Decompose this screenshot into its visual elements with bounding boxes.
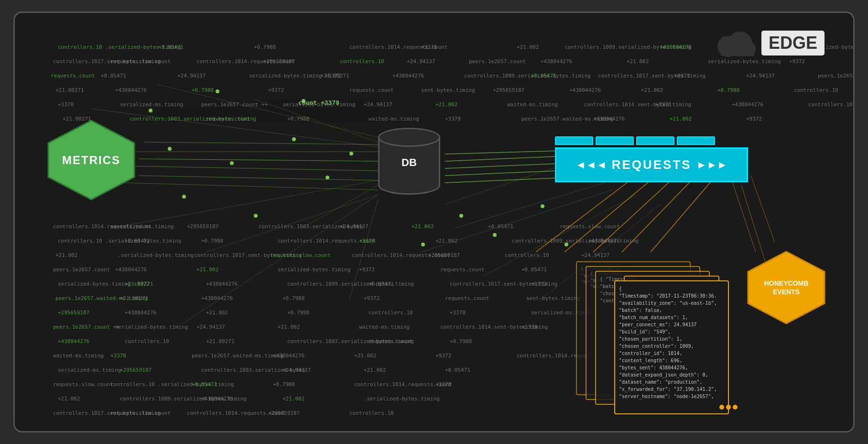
float-text-155: .serialized-bytes.timing (364, 396, 440, 402)
svg-line-21 (110, 180, 378, 228)
float-text-92: serialized-bytes.timing (278, 266, 350, 273)
float-text-78: +21.002 (435, 238, 457, 244)
float-text-45: serialized-ms.timing (120, 101, 183, 108)
node-dot (326, 176, 329, 179)
float-text-83: controllers.1017.sent-bytes.timing (194, 252, 302, 258)
float-text-150: +3378 (435, 381, 451, 388)
three-dots (719, 405, 738, 410)
node-dot (349, 152, 353, 155)
requests-left-arrow: ◄◄◄ (575, 159, 607, 171)
dot-2 (726, 405, 731, 410)
svg-line-1 (130, 166, 378, 171)
requests-tab-2 (596, 136, 634, 145)
float-text-40: +438044276 (569, 87, 601, 93)
float-text-114: +21.002 (206, 310, 228, 316)
float-text-13: +295659187 (263, 58, 295, 65)
float-text-137: +9372 (435, 353, 451, 359)
float-text-149: controllers.1014.requests.count (354, 381, 452, 388)
float-text-74: +0.05471 (125, 238, 150, 244)
svg-line-3 (139, 176, 378, 180)
json-line-6: "peer_connect_ms": 24.94137 (619, 321, 724, 328)
float-text-160: controllers.10 (349, 410, 394, 416)
json-line-1: { (619, 285, 724, 292)
svg-line-22 (349, 200, 378, 300)
float-text-17: +438044276 (541, 58, 572, 65)
float-text-10: controllers.1017.sent-bytes.timing (53, 58, 161, 65)
float-text-75: +0.7988 (201, 238, 223, 244)
float-text-46: peers.1e2657.count ++ (201, 101, 268, 108)
float-text-56: controllers.1003.serialized-bytes.timing (130, 116, 256, 122)
float-text-31: +24.94137 (746, 73, 775, 79)
float-text-151: +21.002 (58, 396, 80, 402)
svg-line-19 (302, 185, 378, 228)
float-text-12: controllers.1014.requests.count (196, 58, 294, 65)
requests-tab-1 (555, 136, 593, 145)
float-text-139: serialized-ms.timing (58, 367, 121, 373)
svg-line-29 (732, 180, 756, 252)
json-line-9: "chosen_controller": 1009, (619, 343, 724, 350)
svg-line-5 (144, 142, 378, 144)
json-line-12: "bytes_sent": 438044276, (619, 364, 724, 371)
float-text-119: peers.1e2657.count ++ (53, 324, 119, 330)
float-text-93: +9372 (359, 266, 375, 273)
float-text-101: +0.05471 (369, 281, 394, 287)
float-text-148: +0.7988 (273, 381, 295, 388)
float-text-1: +0.05471 (158, 44, 184, 50)
float-text-71: +0.05471 (488, 223, 513, 230)
float-text-117: +3378 (450, 310, 466, 316)
float-text-44: +3378 (58, 101, 74, 108)
requests-tabs (555, 136, 748, 145)
float-text-128: +21.00271 (206, 338, 235, 344)
float-text-5: +21.002 (517, 44, 539, 50)
float-text-159: +295659187 (268, 410, 300, 416)
float-text-53: +438044276 (732, 101, 763, 108)
dot-3 (733, 405, 738, 410)
json-line-2: "Timestamp": "2017-11-23T06:30:36. (619, 292, 724, 300)
float-text-43: controllers.10 (794, 87, 838, 93)
float-text-36: +9372 (268, 87, 284, 93)
float-text-152: controllers.1009.serialized-bytes.timing (120, 396, 247, 402)
float-text-116: controllers.10 (369, 310, 413, 316)
float-text-69: +24.94137 (340, 223, 369, 230)
float-text-98: +21.00271 (125, 281, 153, 287)
float-text-158: controllers.1014.requests.count (187, 410, 285, 416)
float-text-6: controllers.1009.serialized-bytes.timing (564, 44, 691, 50)
float-text-22: +0.05471 (101, 73, 126, 79)
float-text-25: +21.00271 (321, 73, 349, 79)
float-text-113: +438044276 (125, 310, 156, 316)
float-text-60: +3378 (445, 116, 461, 122)
float-text-62: +438044276 (593, 116, 625, 122)
json-line-3: "availability_zone": "us-east-1b", (619, 300, 724, 307)
dot-1 (719, 405, 724, 410)
float-text-82: .serialized-bytes.timing (118, 252, 194, 258)
float-text-27: controllers.1009.serialized-bytes.timing (464, 73, 591, 79)
float-text-153: +438044276 (201, 396, 233, 402)
float-text-34: +438044276 (115, 87, 147, 93)
float-text-143: +21.002 (364, 367, 386, 373)
float-text-140: +295659187 (120, 367, 152, 373)
float-text-0: controllers.10 .serialized-bytes.timing (58, 44, 181, 50)
honeycomb-hexagon (743, 249, 829, 326)
db-cylinder: DB (378, 128, 440, 195)
float-text-105: peers.1e2657.waited-ms.timing (55, 295, 147, 301)
float-text-112: +295659187 (58, 310, 89, 316)
float-text-156: controllers.1017.sent-bytes.timing (53, 410, 161, 416)
float-text-129: controllers.1003.serialized-bytes.timing (287, 338, 414, 344)
float-text-86: +295659187 (428, 252, 460, 258)
float-text-89: peers.1e2657.count (53, 266, 110, 273)
float-text-63: +21.002 (670, 116, 692, 122)
json-cards-container: { "Timestamp... "availabil... "batch_...… (499, 242, 729, 414)
node-dot (292, 137, 296, 141)
svg-line-0 (139, 159, 378, 161)
float-text-66: serialized-ms.timing (110, 223, 174, 230)
requests-tab-4 (677, 136, 715, 145)
float-text-134: peers.1e2657.waited-ms.timing (192, 353, 283, 359)
float-text-157: requests.slow.count (110, 410, 171, 416)
float-text-91: +21.002 (196, 266, 218, 273)
float-text-122: +21.002 (278, 324, 300, 330)
float-text-68: controllers.1003.serialized-bytes (259, 223, 363, 230)
float-text-131: +0.7988 (450, 338, 472, 344)
json-line-11: "content_length": 696, (619, 357, 724, 364)
float-text-100: controllers.1009.serialized-bytes.timing (287, 281, 414, 287)
edge-label: EDGE (761, 31, 825, 56)
